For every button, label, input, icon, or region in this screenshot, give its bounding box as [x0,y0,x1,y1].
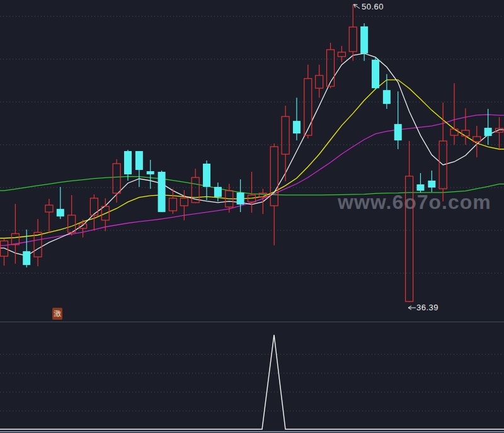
candle-down[interactable] [360,26,368,53]
candle-up[interactable] [45,205,53,212]
candle-up[interactable] [79,224,87,228]
candle-down[interactable] [57,209,64,216]
candle-up[interactable] [450,129,458,135]
candle-down[interactable] [135,151,143,170]
window-bottom-border [0,431,504,432]
high-price-arrow [354,4,360,9]
panel-divider[interactable] [0,322,504,322]
low-price-label: 36.39 [416,303,438,312]
candle-up[interactable] [406,176,413,301]
candle-up[interactable] [34,232,42,257]
candle-down[interactable] [372,60,379,88]
candle-up[interactable] [338,52,345,57]
candle-up[interactable] [169,198,176,211]
candle-down[interactable] [416,184,424,191]
stock-chart-window: www.6o7o.com 激 50.60 36.39 [0,0,504,433]
candle-up[interactable] [349,27,357,52]
candle-down[interactable] [293,121,301,133]
signal-badge: 激 [52,308,62,320]
candle-up[interactable] [316,76,323,88]
candle-up[interactable] [473,137,481,142]
candle-up[interactable] [462,130,469,136]
candle-down[interactable] [484,128,492,136]
candle-up[interactable] [270,147,278,206]
low-price-arrow [408,306,416,310]
candle-up[interactable] [304,79,312,135]
candle-down[interactable] [383,90,391,104]
candle-down[interactable] [158,172,166,212]
candle-down[interactable] [147,171,154,174]
main-gridlines [0,16,504,273]
candle-up[interactable] [1,241,8,256]
candle-up[interactable] [496,128,503,132]
candle-down[interactable] [428,181,435,188]
candle-down[interactable] [203,164,210,187]
candle-up[interactable] [180,198,188,206]
ma-yellow-line [0,80,504,239]
candle-down[interactable] [394,124,402,140]
kline-chart-canvas[interactable] [0,0,504,433]
candle-up[interactable] [113,164,120,193]
candle-up[interactable] [282,116,289,154]
candles[interactable] [1,4,503,302]
candle-up[interactable] [90,198,98,215]
candle-down[interactable] [214,187,222,197]
candle-down[interactable] [124,151,132,174]
candle-down[interactable] [23,251,30,265]
signal-line [0,335,504,429]
candle-down[interactable] [237,193,244,205]
candle-up[interactable] [68,215,76,232]
candle-up[interactable] [327,50,335,86]
high-price-label: 50.60 [362,2,384,11]
signal-panel [0,335,504,429]
